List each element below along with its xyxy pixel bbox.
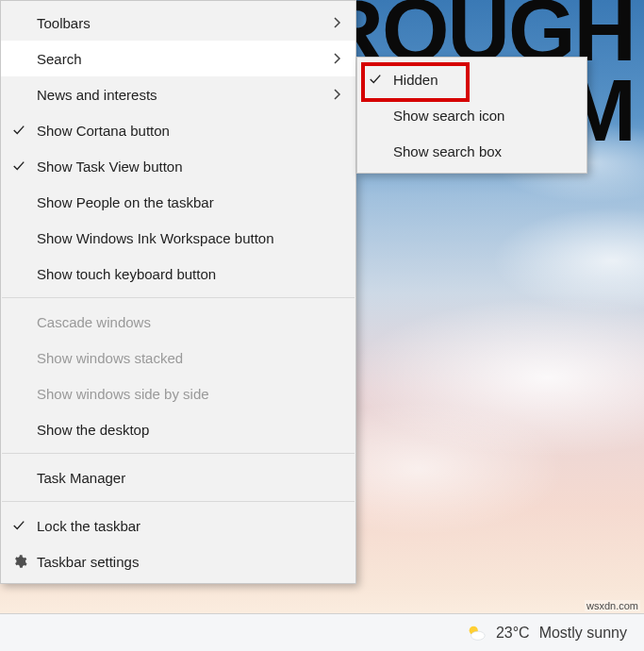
menu-item-label: Task Manager [37,470,327,486]
menu-item-label: Taskbar settings [37,554,327,570]
menu-item-search[interactable]: Search [1,41,355,76]
weather-condition[interactable]: Mostly sunny [539,625,627,642]
watermark: wsxdn.com [585,600,640,611]
menu-item-show-windows-side-by-side: Show windows side by side [1,376,355,411]
menu-item-label: Show windows stacked [37,350,327,366]
weather-temp[interactable]: 23°C [496,625,530,642]
menu-separator [2,297,355,298]
menu-item-label: Toolbars [37,15,327,31]
menu-item-taskbar-settings[interactable]: Taskbar settings [1,543,355,579]
submenu-item-label: Hidden [393,72,573,88]
menu-item-label: Show windows side by side [37,386,327,402]
menu-item-label: Show the desktop [37,422,327,438]
menu-item-label: Show Cortana button [37,123,327,139]
submenu-item-show-search-icon[interactable]: Show search icon [357,97,586,133]
menu-item-show-cortana-button[interactable]: Show Cortana button [1,112,355,148]
menu-item-task-manager[interactable]: Task Manager [1,459,355,495]
chevron-right-icon [327,53,342,64]
check-icon [12,159,37,173]
menu-item-show-task-view-button[interactable]: Show Task View button [1,148,355,184]
menu-item-label: Show touch keyboard button [37,266,327,282]
weather-icon[interactable] [466,623,487,643]
menu-item-toolbars[interactable]: Toolbars [1,5,355,41]
menu-item-show-people-on-the-taskbar[interactable]: Show People on the taskbar [1,184,355,220]
menu-item-label: Show Windows Ink Workspace button [37,230,327,246]
menu-item-lock-the-taskbar[interactable]: Lock the taskbar [1,508,355,543]
menu-item-label: News and interests [37,87,327,103]
menu-separator [2,501,355,502]
menu-item-label: Cascade windows [37,314,327,330]
taskbar[interactable]: 23°C Mostly sunny [0,613,644,651]
menu-item-label: Search [37,51,327,67]
menu-item-show-the-desktop[interactable]: Show the desktop [1,411,355,447]
menu-item-show-windows-stacked: Show windows stacked [1,340,355,376]
submenu-item-hidden[interactable]: Hidden [357,61,586,97]
chevron-right-icon [327,17,342,28]
svg-point-1 [471,631,485,640]
check-icon [12,519,37,532]
menu-item-news-and-interests[interactable]: News and interests [1,76,355,112]
menu-item-show-windows-ink-workspace-button[interactable]: Show Windows Ink Workspace button [1,220,355,256]
search-submenu: HiddenShow search iconShow search box [356,57,587,174]
taskbar-context-menu: ToolbarsSearchNews and interestsShow Cor… [0,0,356,584]
submenu-item-label: Show search icon [393,108,573,124]
submenu-item-show-search-box[interactable]: Show search box [357,133,586,169]
menu-item-label: Lock the taskbar [37,518,327,534]
menu-item-label: Show Task View button [37,159,327,175]
menu-item-show-touch-keyboard-button[interactable]: Show touch keyboard button [1,256,355,292]
chevron-right-icon [327,89,342,100]
menu-item-cascade-windows: Cascade windows [1,304,355,340]
menu-separator [2,453,355,454]
submenu-item-label: Show search box [393,143,573,159]
menu-item-label: Show People on the taskbar [37,194,327,210]
gear-icon [12,554,37,569]
check-icon [12,124,37,137]
check-icon [369,73,393,86]
